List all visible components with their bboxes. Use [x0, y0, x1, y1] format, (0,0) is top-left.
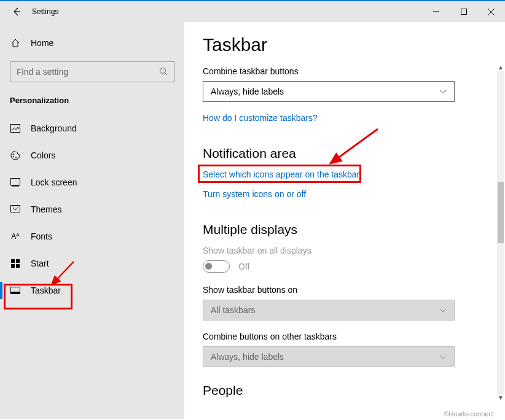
maximize-icon — [461, 9, 467, 15]
svg-point-4 — [13, 156, 14, 157]
maximize-button[interactable] — [450, 1, 477, 22]
combine-dropdown[interactable]: Always, hide labels — [203, 81, 455, 102]
chevron-down-icon — [439, 87, 447, 96]
select-icons-link[interactable]: Select which icons appear on the taskbar — [203, 169, 359, 179]
system-icons-link[interactable]: Turn system icons on or off — [203, 189, 306, 199]
help-link[interactable]: How do I customize taskbars? — [203, 113, 318, 123]
chevron-down-icon — [439, 305, 447, 315]
multiple-displays-section-title: Multiple displays — [203, 222, 484, 237]
sidebar-item-fonts[interactable]: AA Fonts — [0, 223, 184, 250]
sidebar-item-themes[interactable]: Themes — [0, 196, 184, 223]
taskbar-icon — [10, 287, 21, 294]
window-title: Settings — [32, 7, 58, 16]
svg-rect-14 — [11, 292, 20, 294]
toggle-state: Off — [238, 262, 249, 271]
titlebar: Settings — [0, 1, 505, 22]
sidebar-item-label: Start — [31, 259, 49, 268]
sidebar-item-label: Colors — [31, 150, 55, 160]
svg-rect-8 — [11, 206, 20, 212]
svg-rect-7 — [12, 185, 19, 187]
watermark: ©Howto-connect — [444, 410, 494, 418]
svg-rect-11 — [11, 264, 15, 268]
svg-point-1 — [160, 68, 166, 73]
window-controls — [422, 1, 505, 22]
minimize-button[interactable] — [422, 1, 450, 22]
scroll-down-icon[interactable]: ▼ — [498, 394, 504, 400]
sidebar: Home Find a setting Personalization Back… — [0, 22, 184, 419]
sidebar-category: Personalization — [0, 92, 184, 115]
svg-point-3 — [13, 154, 14, 155]
sidebar-item-background[interactable]: Background — [0, 115, 184, 142]
close-icon — [488, 9, 495, 15]
sidebar-item-colors[interactable]: Colors — [0, 142, 184, 169]
combine-other-dropdown: Always, hide labels — [203, 346, 455, 367]
sidebar-item-label: Taskbar — [31, 286, 61, 295]
show-all-displays-toggle[interactable] — [203, 260, 230, 273]
search-icon — [159, 67, 168, 77]
show-buttons-on-label: Show taskbar buttons on — [203, 285, 484, 295]
fonts-icon: AA — [10, 232, 21, 241]
sidebar-home[interactable]: Home — [0, 31, 184, 55]
svg-rect-6 — [11, 179, 20, 185]
sidebar-item-start[interactable]: Start — [0, 250, 184, 277]
lock-screen-icon — [10, 178, 21, 187]
combine-other-label: Combine buttons on other taskbars — [203, 332, 484, 341]
show-buttons-on-value: All taskbars — [211, 305, 255, 315]
search-input[interactable]: Find a setting — [10, 61, 174, 82]
sidebar-home-label: Home — [31, 38, 53, 48]
palette-icon — [10, 150, 21, 160]
start-icon — [10, 259, 21, 268]
notification-section-title: Notification area — [203, 146, 484, 161]
combine-label: Combine taskbar buttons — [203, 66, 484, 76]
svg-point-5 — [15, 157, 17, 158]
sidebar-item-lock-screen[interactable]: Lock screen — [0, 169, 184, 196]
combine-other-value: Always, hide labels — [211, 352, 284, 362]
sidebar-item-taskbar[interactable]: Taskbar — [0, 277, 184, 304]
home-icon — [10, 38, 21, 48]
themes-icon — [10, 205, 21, 214]
svg-rect-0 — [461, 9, 466, 15]
main-content: Taskbar Combine taskbar buttons Always, … — [184, 22, 505, 419]
page-title: Taskbar — [203, 34, 484, 55]
show-all-displays-label: Show taskbar on all displays — [203, 246, 484, 255]
show-buttons-on-dropdown: All taskbars — [203, 300, 455, 321]
chevron-down-icon — [439, 352, 447, 362]
combine-value: Always, hide labels — [211, 87, 284, 96]
sidebar-item-label: Lock screen — [31, 177, 77, 187]
svg-rect-12 — [16, 264, 20, 268]
sidebar-item-label: Themes — [31, 204, 62, 214]
back-button[interactable] — [7, 7, 26, 17]
people-section-title: People — [203, 383, 484, 398]
sidebar-item-label: Background — [31, 123, 77, 133]
scrollbar-thumb[interactable] — [498, 182, 504, 243]
scroll-up-icon[interactable]: ▲ — [498, 64, 504, 70]
search-placeholder: Find a setting — [17, 67, 68, 77]
picture-icon — [10, 124, 21, 133]
svg-rect-10 — [16, 259, 20, 263]
sidebar-item-label: Fonts — [31, 231, 52, 241]
arrow-left-icon — [12, 7, 22, 17]
minimize-icon — [433, 9, 439, 15]
close-button[interactable] — [477, 1, 505, 22]
svg-rect-9 — [11, 259, 15, 263]
